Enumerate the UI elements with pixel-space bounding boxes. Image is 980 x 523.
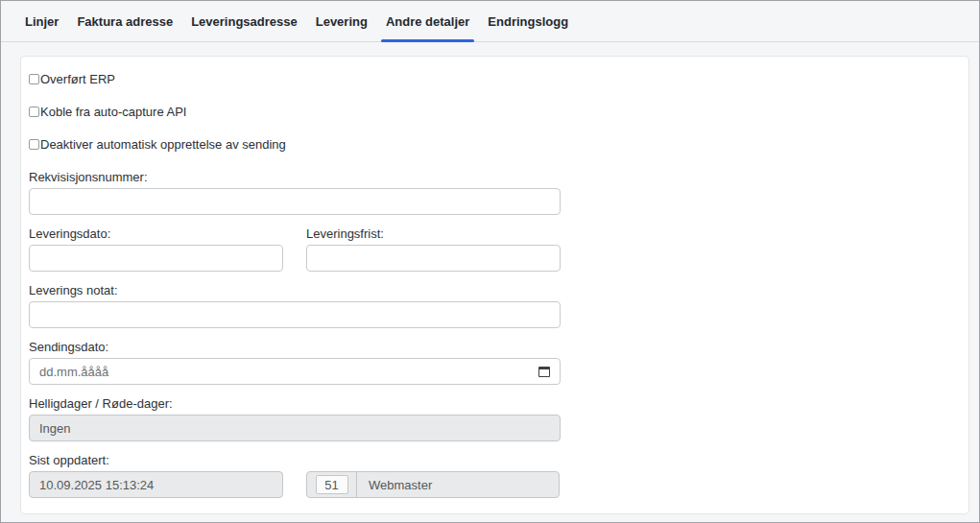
sendingsdato-label: Sendingsdato: [29, 340, 961, 354]
tab-leveringsadresse[interactable]: Leveringsadresse [186, 1, 302, 41]
helligdager-label: Helligdager / Røde-dager: [29, 396, 961, 411]
leveringsfrist-input[interactable] [306, 245, 561, 272]
tab-linjer[interactable]: Linjer [20, 1, 63, 41]
sist-oppdatert-field: Sist oppdatert: [29, 453, 283, 498]
sendingsdato-field: Sendingsdato: [29, 340, 961, 385]
sist-oppdatert-input [29, 471, 283, 498]
deaktiver-automatisk-row: Deaktiver automatisk opprettelse av send… [29, 137, 961, 152]
tab-faktura-adresse[interactable]: Faktura adresse [72, 1, 178, 41]
andre-detaljer-panel: Overført ERP Koble fra auto-capture API … [20, 56, 969, 514]
sist-oppdatert-label: Sist oppdatert: [29, 453, 283, 467]
tab-bar: Linjer Faktura adresse Leveringsadresse … [1, 1, 979, 42]
leverings-notat-input[interactable] [29, 301, 561, 328]
koble-fra-auto-capture-checkbox[interactable] [29, 107, 39, 117]
user-id-cell [307, 472, 357, 497]
rekvisisjonsnummer-input[interactable] [29, 188, 561, 215]
leveringsdato-field: Leveringsdato: [29, 226, 283, 272]
koble-fra-auto-capture-row: Koble fra auto-capture API [29, 105, 961, 119]
tab-levering[interactable]: Levering [311, 1, 372, 41]
leveringsdato-label: Leveringsdato: [29, 226, 283, 241]
rekvisisjonsnummer-label: Rekvisisjonsnummer: [29, 170, 961, 184]
tab-andre-detaljer[interactable]: Andre detaljer [381, 1, 474, 41]
oppdatert-av-field [306, 471, 560, 498]
overfort-erp-label: Overført ERP [40, 72, 115, 86]
leveringsfrist-field: Leveringsfrist: [306, 226, 561, 272]
leveringsdato-frist-row: Leveringsdato: Leveringsfrist: [29, 226, 961, 272]
rekvisisjonsnummer-field: Rekvisisjonsnummer: [29, 170, 961, 215]
leveringsdato-input[interactable] [29, 245, 283, 272]
deaktiver-automatisk-label: Deaktiver automatisk opprettelse av send… [40, 137, 286, 152]
leverings-notat-label: Leverings notat: [29, 283, 961, 297]
tab-endringslogg[interactable]: Endringslogg [483, 1, 573, 41]
leveringsfrist-label: Leveringsfrist: [306, 226, 561, 241]
deaktiver-automatisk-checkbox[interactable] [29, 139, 39, 150]
overfort-erp-checkbox[interactable] [29, 74, 39, 84]
oppdatert-av-group [306, 471, 560, 498]
helligdager-field: Helligdager / Røde-dager: [29, 396, 961, 441]
leverings-notat-field: Leverings notat: [29, 283, 961, 328]
sendingsdato-input[interactable] [29, 358, 561, 385]
user-id-input [316, 475, 348, 494]
helligdager-input [29, 415, 561, 441]
user-name-input [357, 472, 559, 497]
overfort-erp-row: Overført ERP [29, 72, 961, 86]
sist-oppdatert-row: Sist oppdatert: [29, 453, 961, 498]
koble-fra-auto-capture-label: Koble fra auto-capture API [40, 105, 186, 119]
sendingsdato-date-wrap [29, 358, 561, 385]
